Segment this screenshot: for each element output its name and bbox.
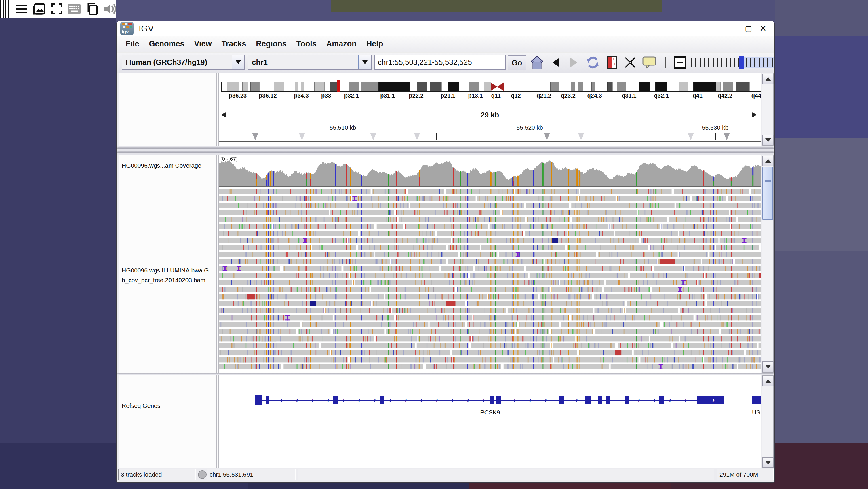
cytoband-segment [242, 82, 248, 91]
chevron-down-icon[interactable] [232, 55, 244, 69]
audio-icon[interactable] [103, 2, 116, 16]
alignment-track-name-line1[interactable]: HG00096.wgs.ILLUMINA.bwa.G [122, 267, 209, 274]
alignment-panel-scrollbar[interactable] [762, 155, 774, 373]
menu-amazon[interactable]: Amazon [321, 39, 362, 48]
gene-exon[interactable] [255, 395, 262, 405]
scroll-up-button[interactable] [763, 376, 774, 386]
drag-grip-icon[interactable] [0, 0, 10, 18]
minimize-button[interactable]: — [729, 23, 737, 34]
scroll-down-button[interactable] [763, 135, 774, 145]
gene-track-name[interactable]: Refseq Genes [122, 402, 160, 409]
menu-genomes[interactable]: Genomes [144, 39, 189, 48]
ruler-tick-label: 55,510 kb [330, 124, 356, 131]
tooltip-behavior-button[interactable] [641, 54, 657, 70]
menu-tools[interactable]: Tools [291, 39, 321, 48]
menu-regions[interactable]: Regions [251, 39, 291, 48]
ruler-tick [250, 133, 250, 140]
zoom-slider-track-right[interactable] [744, 57, 774, 68]
menu-tracks[interactable]: Tracks [217, 39, 251, 48]
cytoband-segment [417, 82, 427, 91]
screenshot-icon[interactable] [32, 2, 45, 16]
menu-view[interactable]: View [189, 39, 217, 48]
gene-exon[interactable] [752, 396, 761, 404]
cytoband-label: p32.1 [344, 92, 359, 99]
toolbar-separator [665, 57, 666, 68]
gene-exon[interactable] [585, 396, 591, 404]
gene-exon[interactable] [380, 396, 384, 404]
gene-exon[interactable] [625, 396, 629, 404]
scroll-up-button[interactable] [763, 155, 774, 166]
gene-data-area[interactable]: ›››››››››››››››››››››››PCSK9USP2 [219, 375, 761, 468]
chromosome-data-area[interactable]: p36.23p36.12p34.3p33p32.1p31.1p22.2p21.1… [219, 73, 761, 146]
chromosome-select[interactable]: chr1 [248, 55, 372, 70]
igv-window: igv IGV —▢✕ FileGenomesViewTracksRegions… [116, 21, 775, 483]
genome-select[interactable]: Human (GRCh37/hg19) [122, 55, 245, 70]
chevron-down-icon[interactable] [358, 55, 371, 69]
zoom-out-button[interactable] [674, 56, 686, 68]
maximize-button[interactable]: ▢ [745, 23, 752, 34]
gene-exon[interactable] [333, 396, 338, 404]
refseq-gene-track[interactable]: ›››››››››››››››››››››››PCSK9USP2 [219, 375, 761, 468]
title-bar[interactable]: igv IGV —▢✕ [117, 21, 774, 36]
gene-panel-scrollbar[interactable] [762, 375, 774, 468]
cytoband-label: p36.12 [259, 92, 277, 99]
window-controls: —▢✕ [729, 23, 767, 34]
locus-input[interactable] [375, 55, 505, 69]
cytoband-segment [459, 82, 468, 91]
close-button[interactable]: ✕ [760, 23, 767, 34]
status-bar: 3 tracks loaded chr1:55,531,691 291M of … [117, 468, 774, 482]
scroll-up-button[interactable] [763, 74, 774, 84]
alignment-data-area[interactable]: [0 - 67] [219, 155, 761, 373]
zoom-slider-track[interactable] [689, 57, 739, 68]
gene-exon[interactable] [607, 396, 611, 404]
menu-help[interactable]: Help [362, 39, 388, 48]
forward-button[interactable] [566, 54, 582, 70]
fullscreen-icon[interactable] [51, 2, 62, 16]
clipboard-icon[interactable] [86, 2, 98, 16]
gene-exon[interactable] [598, 396, 602, 404]
keyboard-icon[interactable] [68, 2, 81, 16]
name-data-divider[interactable] [216, 73, 219, 146]
menu-file[interactable]: File [121, 39, 144, 48]
ruler-tick-label: 55,530 kb [702, 124, 728, 131]
genome-select-value: Human (GRCh37/hg19) [122, 55, 232, 69]
gene-exon[interactable] [490, 396, 494, 404]
gene-exon[interactable] [659, 396, 664, 404]
chromosome-ideogram[interactable] [221, 82, 761, 92]
gene-exon[interactable] [266, 396, 269, 404]
coverage-track-canvas[interactable] [219, 155, 761, 186]
chromosome-panel-scrollbar[interactable] [762, 73, 774, 146]
coverage-track-name[interactable]: HG00096.wgs...am Coverage [122, 162, 202, 169]
back-button[interactable] [548, 54, 564, 70]
cytoband-label: p34.3 [294, 92, 309, 99]
window-title: IGV [139, 24, 154, 33]
gene-exon[interactable] [697, 396, 723, 404]
panel-splitter[interactable] [117, 146, 774, 155]
fit-to-window-button[interactable] [622, 54, 638, 70]
name-data-divider[interactable] [216, 155, 219, 373]
gene-label[interactable]: PCSK9 [480, 409, 500, 416]
desktop: igv IGV —▢✕ FileGenomesViewTracksRegions… [0, 0, 868, 489]
scrollbar-thumb[interactable] [763, 167, 773, 220]
alignment-track-name-line2[interactable]: h_cov_pcr_free.20140203.bam [122, 277, 206, 284]
scroll-down-button[interactable] [763, 362, 774, 372]
cytoband-segment [679, 82, 688, 91]
refresh-button[interactable] [585, 54, 601, 70]
home-button[interactable] [529, 54, 545, 70]
alignment-track-canvas[interactable] [219, 188, 761, 373]
gene-exon[interactable] [496, 396, 501, 404]
gene-panel-namecol: Refseq Genes [119, 375, 216, 468]
gene-label[interactable]: USP2 [752, 409, 761, 416]
panel-splitter[interactable] [117, 373, 774, 375]
scroll-down-button[interactable] [763, 457, 774, 468]
menu-icon[interactable] [15, 2, 27, 16]
region-of-interest-button[interactable] [604, 54, 620, 70]
ruler-marker-icon [252, 133, 258, 140]
name-data-divider[interactable] [216, 375, 219, 468]
zoom-slider-thumb[interactable] [739, 56, 744, 69]
cytoband-segment [239, 82, 243, 91]
go-button[interactable]: Go [508, 55, 526, 70]
cytoband-segment [667, 82, 679, 91]
gene-exon[interactable] [559, 396, 564, 404]
cytoband-segment [359, 82, 361, 91]
